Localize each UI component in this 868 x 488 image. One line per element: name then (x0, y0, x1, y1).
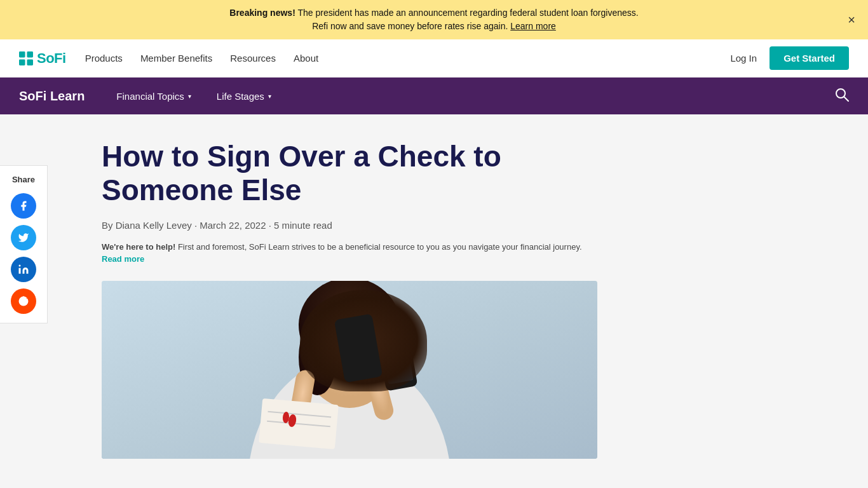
read-more-link[interactable]: Read more (102, 254, 144, 264)
article-read-time: 5 minute read (274, 220, 332, 231)
learn-bar: SoFi Learn Financial Topics ▾ Life Stage… (0, 78, 868, 114)
linkedin-share-button[interactable] (11, 257, 36, 282)
article-hero-image (102, 281, 597, 459)
article-meta: By Diana Kelly Levey · March 22, 2022 · … (102, 220, 597, 231)
financial-topics-chevron-icon: ▾ (188, 93, 191, 100)
article-author: By Diana Kelly Levey (102, 220, 192, 231)
learn-bar-title: SoFi Learn (19, 89, 85, 104)
nav-right: Log In Get Started (730, 46, 849, 70)
article-separator-1: · (194, 220, 200, 231)
svg-rect-0 (19, 51, 25, 58)
financial-topics-menu[interactable]: Financial Topics ▾ (116, 91, 191, 102)
sofi-logo[interactable]: SoFi (19, 50, 66, 67)
login-button[interactable]: Log In (730, 53, 757, 64)
article-disclaimer: We're here to help! First and foremost, … (102, 241, 585, 266)
twitter-icon (18, 232, 29, 243)
svg-rect-20 (377, 329, 418, 391)
financial-topics-label: Financial Topics (116, 91, 184, 102)
nav-resources[interactable]: Resources (230, 53, 276, 64)
facebook-share-button[interactable] (11, 193, 36, 219)
svg-rect-6 (19, 268, 21, 274)
breaking-news-prefix: Breaking news! (229, 8, 295, 18)
main-nav: SoFi Products Member Benefits Resources … (0, 39, 868, 78)
disclaimer-text: First and foremost, SoFi Learn strives t… (178, 242, 582, 252)
svg-line-5 (844, 97, 848, 101)
breaking-news-message: The president has made an announcement r… (297, 8, 638, 18)
facebook-icon (18, 200, 29, 212)
disclaimer-bold: We're here to help! (102, 242, 175, 252)
sofi-logo-text: SoFi (37, 50, 66, 67)
get-started-button[interactable]: Get Started (770, 46, 849, 70)
svg-point-16 (299, 281, 400, 373)
article-separator-2: · (269, 220, 274, 231)
breaking-news-subtext: Refi now and save money before rates ris… (312, 21, 508, 31)
learn-more-link[interactable]: Learn more (510, 21, 556, 31)
nav-links: Products Member Benefits Resources About (85, 53, 731, 64)
svg-point-10 (22, 296, 25, 299)
banner-close-button[interactable]: × (848, 13, 855, 27)
life-stages-menu[interactable]: Life Stages ▾ (217, 91, 271, 102)
svg-rect-2 (19, 59, 25, 65)
article-container: How to Sign Over a Check to Someone Else… (83, 140, 616, 459)
sofi-logo-icon (19, 51, 33, 65)
svg-rect-21 (380, 333, 413, 384)
share-label: Share (12, 175, 35, 184)
life-stages-chevron-icon: ▾ (268, 93, 271, 100)
svg-rect-1 (27, 51, 33, 58)
svg-rect-3 (27, 59, 33, 65)
page-wrapper: Breaking news! The president has made an… (0, 0, 868, 488)
reddit-icon (18, 295, 29, 307)
article-image-svg (102, 281, 597, 459)
breaking-banner: Breaking news! The president has made an… (0, 0, 868, 39)
nav-about[interactable]: About (294, 53, 318, 64)
reddit-share-button[interactable] (11, 288, 36, 314)
article-title: How to Sign Over a Check to Someone Else (102, 140, 585, 207)
nav-products[interactable]: Products (85, 53, 123, 64)
linkedin-icon (18, 264, 29, 275)
search-button[interactable] (835, 88, 849, 105)
twitter-share-button[interactable] (11, 225, 36, 250)
learn-nav: Financial Topics ▾ Life Stages ▾ (116, 91, 835, 102)
life-stages-label: Life Stages (217, 91, 264, 102)
search-icon (835, 88, 849, 102)
svg-point-7 (19, 265, 21, 267)
article-image-inner (102, 281, 597, 459)
svg-point-18 (363, 322, 399, 392)
share-sidebar: Share (0, 165, 48, 323)
article-date: March 22, 2022 (200, 220, 266, 231)
nav-member-benefits[interactable]: Member Benefits (140, 53, 212, 64)
content-area: Share How to Sign Over a Check to Someon… (0, 114, 868, 484)
